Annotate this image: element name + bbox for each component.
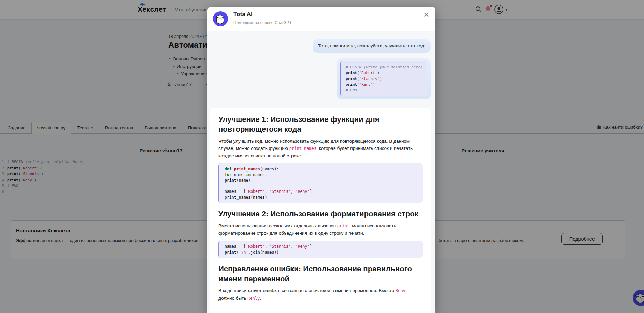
code-line: print_names(names): [225, 195, 417, 200]
response-section: Улучшение 2: Использование форматировани…: [218, 209, 423, 258]
code-line: names = ['Robert', 'Stannis', 'Reny']: [225, 189, 417, 195]
code-text: [225, 183, 227, 189]
token-s: 'Robert': [359, 71, 377, 75]
code-line: names = ['Robert', 'Stannis', 'Reny']: [225, 244, 417, 250]
paragraph-text: .: [260, 296, 261, 301]
code-text: def print_names(names):: [225, 166, 279, 172]
inline-code: print: [337, 224, 349, 228]
paragraph-text: Вместо использования нескольких отдельны…: [218, 223, 337, 228]
token-k: in: [246, 172, 251, 177]
token-s: 'Reny': [359, 82, 373, 87]
token-p: print_names(names): [225, 195, 267, 200]
token-p: name: [232, 172, 246, 177]
user-code-bubble: # BEGIN (write your solution here)print(…: [337, 58, 431, 99]
token-p: (names):: [260, 167, 279, 171]
token-p: ]: [310, 189, 312, 194]
user-code-block: # BEGIN (write your solution here)print(…: [340, 61, 427, 96]
token-p: ): [377, 71, 380, 75]
code-line: # END: [346, 87, 423, 93]
token-p: ]: [310, 244, 312, 249]
token-p: .join(names)): [248, 250, 279, 255]
code-text: print('Reny'): [346, 82, 375, 87]
modal-body: Тота, помоги мне, пожалуйста, улучшить э…: [207, 31, 435, 313]
token-p: ,: [291, 244, 296, 249]
page: Хекслет Мое обучение ▼ 18 апреля 2024 • …: [0, 0, 644, 313]
code-line: print('Reny'): [346, 82, 423, 87]
token-p: ): [380, 76, 382, 81]
code-line: [225, 183, 417, 189]
code-line: print('Stannis'): [346, 76, 423, 82]
token-p: ): [373, 82, 375, 87]
section-paragraph: Вместо использования нескольких отдельны…: [218, 222, 423, 237]
token-k: for: [225, 172, 232, 177]
token-p: ,: [265, 244, 270, 249]
token-p: ,: [291, 189, 296, 194]
tota-ai-modal: Tota AI Помощник на основе ChatGPT ✕ Тот…: [207, 7, 435, 313]
modal-title: Tota AI: [233, 11, 253, 18]
section-paragraph: Чтобы улучшить код, можно использовать ф…: [218, 138, 423, 159]
token-s: 'Reny': [296, 244, 310, 249]
modal-header: Tota AI Помощник на основе ChatGPT ✕: [207, 7, 435, 31]
code-text: print_names(names): [225, 195, 267, 200]
tota-owl-icon: [213, 11, 228, 26]
token-b: print: [225, 178, 237, 183]
close-icon[interactable]: ✕: [422, 10, 431, 20]
token-s: 'Robert': [246, 244, 264, 249]
paragraph-text: должно быть: [218, 296, 247, 301]
code-line: print('\n'.join(names)): [225, 250, 417, 255]
response-section: Исправление ошибки: Использование правил…: [218, 264, 423, 302]
token-p: (: [357, 82, 359, 87]
token-p: (: [237, 250, 239, 255]
code-text: # END: [346, 87, 357, 93]
token-p: (: [357, 76, 359, 81]
code-text: print('Stannis'): [346, 76, 382, 82]
token-p: names = [: [225, 189, 246, 194]
tota-avatar: [213, 11, 228, 26]
inline-code: print_names: [289, 146, 316, 151]
token-b: print: [225, 250, 237, 255]
token-b: print: [346, 82, 357, 87]
user-message-bubble: Тота, помоги мне, пожалуйста, улучшить э…: [313, 39, 431, 53]
assistant-sections: Улучшение 1: Использование функции для п…: [218, 114, 423, 302]
code-text: names = ['Robert', 'Stannis', 'Reny']: [225, 189, 312, 195]
assistant-response-card: Улучшение 1: Использование функции для п…: [210, 108, 431, 313]
code-line: for name in names:: [225, 172, 417, 178]
token-b: print: [346, 76, 357, 81]
token-s: 'Reny': [296, 189, 310, 194]
token-f: print_names: [234, 167, 260, 171]
code-line: # BEGIN (write your solution here): [346, 64, 423, 70]
code-line: print(name): [225, 177, 417, 183]
code-text: for name in names:: [225, 172, 267, 178]
token-c: # END: [346, 88, 357, 93]
section-heading: Улучшение 2: Использование форматировани…: [218, 209, 423, 219]
code-line: def print_names(names):: [225, 166, 417, 172]
code-text: print('Robert'): [346, 70, 380, 76]
section-code-block: def print_names(names): for name in name…: [218, 163, 423, 203]
code-text: names = ['Robert', 'Stannis', 'Reny']: [225, 244, 312, 250]
code-text: print('\n'.join(names)): [225, 250, 279, 255]
paragraph-text: В коде присутствует ошибка, связанная с …: [218, 288, 396, 293]
inline-code: Reny: [396, 288, 405, 293]
token-s: 'Stannis': [359, 76, 380, 81]
section-paragraph: В коде присутствует ошибка, связанная с …: [218, 287, 423, 302]
section-heading: Исправление ошибки: Использование правил…: [218, 264, 423, 284]
code-text: # BEGIN (write your solution here): [346, 64, 423, 70]
token-s: '\n': [239, 250, 248, 255]
token-c: # BEGIN (write your solution here): [346, 65, 423, 69]
token-s: 'Robert': [246, 189, 264, 194]
token-p: ,: [265, 189, 270, 194]
modal-subtitle: Помощник на основе ChatGPT: [233, 20, 292, 25]
token-p: names:: [251, 172, 267, 177]
token-p: names = [: [225, 244, 246, 249]
inline-code: Renly: [247, 296, 260, 301]
token-p: [232, 167, 234, 171]
section-heading: Улучшение 1: Использование функции для п…: [218, 114, 423, 134]
token-k: def: [225, 167, 232, 171]
token-b: print: [346, 71, 357, 75]
token-s: 'Stannis': [270, 244, 291, 249]
response-section: Улучшение 1: Использование функции для п…: [218, 114, 423, 203]
token-s: 'Stannis': [270, 189, 291, 194]
code-line: print('Robert'): [346, 70, 423, 76]
code-text: print(name): [225, 177, 251, 183]
token-p: (: [357, 71, 359, 75]
